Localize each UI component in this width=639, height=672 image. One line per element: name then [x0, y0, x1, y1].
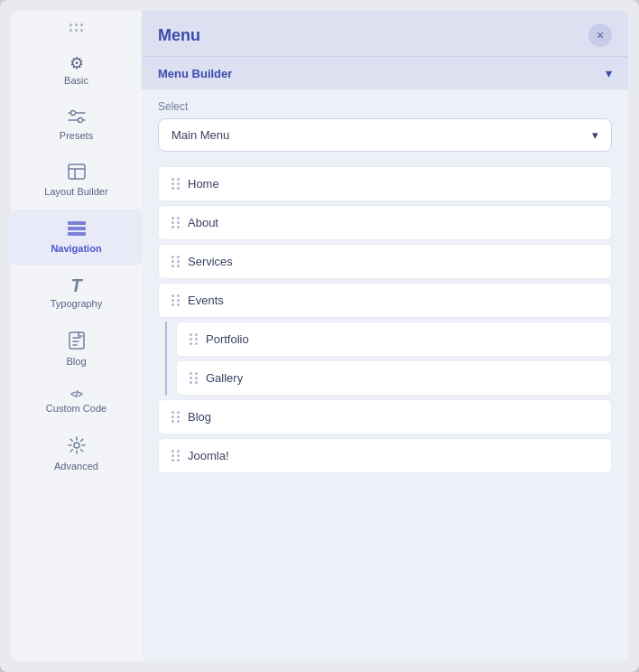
sidebar-item-label: Custom Code [46, 403, 106, 415]
svg-point-11 [74, 443, 79, 448]
menu-item-home[interactable]: Home [158, 166, 612, 201]
sidebar-item-navigation[interactable]: Navigation [11, 210, 142, 266]
drag-handle-icon [190, 372, 199, 384]
svg-point-3 [78, 118, 82, 123]
drag-handle-icon [190, 333, 199, 345]
menu-item-label: Home [188, 177, 219, 191]
sidebar-item-label: Typography [51, 298, 102, 310]
menu-item-label: Gallery [206, 371, 243, 385]
menu-item-services[interactable]: Services [158, 244, 612, 279]
sub-menu-wrapper: Portfolio Gallery [158, 322, 612, 396]
navigation-icon [67, 220, 87, 239]
menu-select-dropdown[interactable]: Main Menu ▾ [158, 118, 612, 152]
gear-icon [69, 53, 84, 71]
section-row[interactable]: Menu Builder ▾ [142, 56, 628, 89]
menu-item-events[interactable]: Events [158, 283, 612, 318]
sidebar-item-advanced[interactable]: Advanced [11, 425, 142, 483]
blog-icon [69, 331, 85, 352]
sidebar-item-label: Blog [66, 356, 86, 368]
menu-item-label: Events [188, 294, 224, 307]
menu-item-label: About [188, 216, 218, 229]
drag-handle-icon [171, 178, 181, 190]
sidebar-item-typography[interactable]: T Typography [11, 266, 142, 321]
menu-item-list: Home About Services Eve [142, 159, 628, 661]
sidebar-item-blog[interactable]: Blog [11, 321, 142, 378]
sidebar-item-label: Navigation [51, 243, 101, 255]
svg-rect-4 [69, 164, 85, 179]
svg-rect-9 [68, 232, 86, 236]
chevron-down-icon: ▾ [592, 128, 598, 142]
svg-rect-7 [68, 221, 86, 225]
drag-handle-icon [171, 217, 181, 229]
menu-item-blog[interactable]: Blog [158, 399, 612, 434]
chevron-down-icon: ▾ [606, 66, 612, 80]
menu-item-portfolio[interactable]: Portfolio [176, 322, 612, 357]
drag-handle-icon [171, 294, 181, 306]
menu-item-gallery[interactable]: Gallery [176, 360, 612, 396]
select-area: Select Main Menu ▾ [142, 89, 628, 159]
sidebar-item-label: Presets [60, 130, 93, 142]
menu-item-label: Blog [188, 410, 211, 424]
main-panel: Menu × Menu Builder ▾ Select Main Menu ▾… [142, 11, 628, 661]
select-value: Main Menu [171, 128, 229, 142]
sidebar: Basic Presets Layout Buil [11, 11, 142, 661]
sidebar-item-custom-code[interactable]: </> Custom Code [11, 378, 142, 425]
close-button[interactable]: × [588, 23, 612, 47]
code-icon: </> [70, 389, 82, 399]
panel-title: Menu [158, 26, 200, 45]
menu-item-label: Joomla! [188, 449, 229, 462]
section-label: Menu Builder [158, 67, 232, 80]
svg-rect-10 [69, 332, 84, 349]
select-label: Select [158, 100, 612, 113]
menu-item-joomla[interactable]: Joomla! [158, 438, 612, 473]
advanced-icon [68, 436, 86, 457]
svg-rect-8 [68, 227, 86, 230]
menu-item-label: Portfolio [206, 332, 249, 346]
sidebar-item-basic[interactable]: Basic [11, 42, 142, 98]
drag-handle-icon [171, 256, 181, 267]
sidebar-item-label: Layout Builder [44, 186, 107, 198]
layout-icon [68, 163, 86, 182]
drag-handle-icon [171, 450, 181, 462]
app-wrapper: Basic Presets Layout Buil [0, 0, 639, 672]
svg-point-2 [70, 111, 75, 116]
menu-item-about[interactable]: About [158, 205, 612, 240]
menu-item-label: Services [188, 255, 233, 268]
sliders-icon [68, 108, 86, 126]
drag-handle-icon [171, 411, 181, 423]
drag-handle [66, 20, 87, 35]
sidebar-item-label: Basic [64, 75, 88, 87]
sidebar-item-presets[interactable]: Presets [11, 98, 142, 153]
sidebar-item-label: Advanced [54, 461, 98, 472]
typography-icon: T [70, 276, 81, 294]
panel-header: Menu × [142, 11, 628, 56]
sidebar-item-layout-builder[interactable]: Layout Builder [11, 153, 142, 209]
